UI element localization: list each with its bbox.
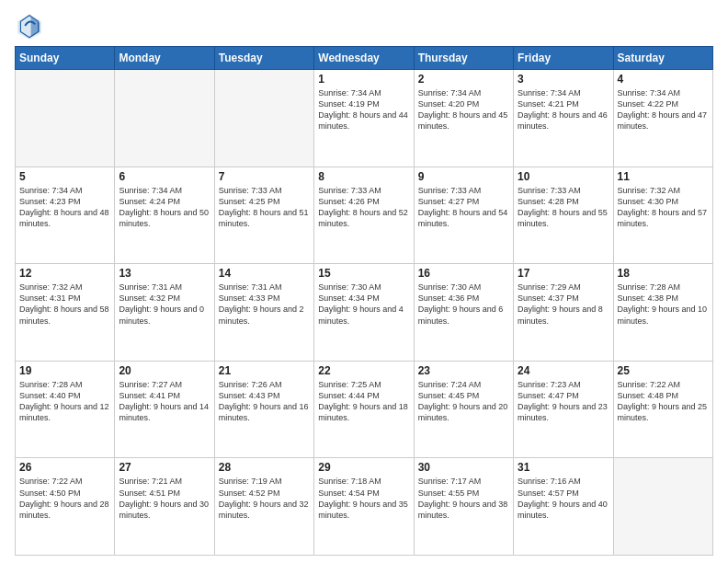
day-number: 5 bbox=[19, 170, 110, 183]
day-number: 14 bbox=[219, 267, 310, 280]
calendar-table: SundayMondayTuesdayWednesdayThursdayFrid… bbox=[15, 46, 713, 556]
calendar-cell: 20Sunrise: 7:27 AMSunset: 4:41 PMDayligh… bbox=[115, 361, 214, 458]
cell-info: Sunrise: 7:28 AMSunset: 4:40 PMDaylight:… bbox=[19, 379, 110, 424]
cell-info: Sunrise: 7:32 AMSunset: 4:30 PMDaylight:… bbox=[618, 185, 709, 230]
calendar-cell: 30Sunrise: 7:17 AMSunset: 4:55 PMDayligh… bbox=[414, 458, 513, 556]
weekday-header: Thursday bbox=[414, 47, 513, 70]
cell-info: Sunrise: 7:22 AMSunset: 4:50 PMDaylight:… bbox=[19, 476, 110, 521]
calendar-cell: 14Sunrise: 7:31 AMSunset: 4:33 PMDayligh… bbox=[214, 264, 313, 362]
calendar-cell bbox=[16, 70, 115, 167]
weekday-header: Monday bbox=[115, 47, 214, 70]
calendar-cell: 2Sunrise: 7:34 AMSunset: 4:20 PMDaylight… bbox=[414, 70, 513, 167]
calendar-cell: 5Sunrise: 7:34 AMSunset: 4:23 PMDaylight… bbox=[16, 167, 115, 264]
cell-info: Sunrise: 7:33 AMSunset: 4:26 PMDaylight:… bbox=[318, 185, 409, 230]
cell-info: Sunrise: 7:17 AMSunset: 4:55 PMDaylight:… bbox=[418, 476, 509, 521]
cell-info: Sunrise: 7:33 AMSunset: 4:28 PMDaylight:… bbox=[518, 185, 609, 230]
calendar-cell: 4Sunrise: 7:34 AMSunset: 4:22 PMDaylight… bbox=[613, 70, 712, 167]
day-number: 29 bbox=[318, 461, 409, 474]
calendar-week-row: 19Sunrise: 7:28 AMSunset: 4:40 PMDayligh… bbox=[16, 361, 713, 458]
calendar-cell: 26Sunrise: 7:22 AMSunset: 4:50 PMDayligh… bbox=[16, 458, 115, 556]
calendar-cell: 24Sunrise: 7:23 AMSunset: 4:47 PMDayligh… bbox=[514, 361, 613, 458]
cell-info: Sunrise: 7:30 AMSunset: 4:36 PMDaylight:… bbox=[418, 282, 509, 327]
page: SundayMondayTuesdayWednesdayThursdayFrid… bbox=[0, 0, 728, 563]
cell-info: Sunrise: 7:29 AMSunset: 4:37 PMDaylight:… bbox=[518, 282, 609, 327]
day-number: 21 bbox=[219, 364, 310, 377]
cell-info: Sunrise: 7:27 AMSunset: 4:41 PMDaylight:… bbox=[119, 379, 210, 424]
cell-info: Sunrise: 7:31 AMSunset: 4:32 PMDaylight:… bbox=[119, 282, 210, 327]
calendar-cell: 25Sunrise: 7:22 AMSunset: 4:48 PMDayligh… bbox=[613, 361, 712, 458]
day-number: 4 bbox=[618, 73, 709, 86]
cell-info: Sunrise: 7:25 AMSunset: 4:44 PMDaylight:… bbox=[318, 379, 409, 424]
cell-info: Sunrise: 7:33 AMSunset: 4:25 PMDaylight:… bbox=[219, 185, 310, 230]
cell-info: Sunrise: 7:22 AMSunset: 4:48 PMDaylight:… bbox=[618, 379, 709, 424]
calendar-cell: 15Sunrise: 7:30 AMSunset: 4:34 PMDayligh… bbox=[314, 264, 414, 362]
calendar-week-row: 5Sunrise: 7:34 AMSunset: 4:23 PMDaylight… bbox=[16, 167, 713, 264]
header bbox=[15, 11, 713, 40]
cell-info: Sunrise: 7:30 AMSunset: 4:34 PMDaylight:… bbox=[318, 282, 409, 327]
day-number: 20 bbox=[119, 364, 210, 377]
cell-info: Sunrise: 7:34 AMSunset: 4:21 PMDaylight:… bbox=[518, 87, 609, 132]
cell-info: Sunrise: 7:34 AMSunset: 4:22 PMDaylight:… bbox=[618, 87, 709, 132]
cell-info: Sunrise: 7:34 AMSunset: 4:24 PMDaylight:… bbox=[119, 185, 210, 230]
calendar-cell: 31Sunrise: 7:16 AMSunset: 4:57 PMDayligh… bbox=[514, 458, 613, 556]
calendar-cell: 10Sunrise: 7:33 AMSunset: 4:28 PMDayligh… bbox=[514, 167, 613, 264]
calendar-cell bbox=[115, 70, 214, 167]
day-number: 17 bbox=[518, 267, 609, 280]
day-number: 11 bbox=[618, 170, 709, 183]
calendar-cell: 22Sunrise: 7:25 AMSunset: 4:44 PMDayligh… bbox=[314, 361, 414, 458]
day-number: 15 bbox=[318, 267, 409, 280]
calendar-cell: 29Sunrise: 7:18 AMSunset: 4:54 PMDayligh… bbox=[314, 458, 414, 556]
day-number: 28 bbox=[219, 461, 310, 474]
day-number: 8 bbox=[318, 170, 409, 183]
calendar-cell: 19Sunrise: 7:28 AMSunset: 4:40 PMDayligh… bbox=[16, 361, 115, 458]
weekday-header: Sunday bbox=[16, 47, 115, 70]
calendar-cell: 28Sunrise: 7:19 AMSunset: 4:52 PMDayligh… bbox=[214, 458, 313, 556]
calendar-cell: 12Sunrise: 7:32 AMSunset: 4:31 PMDayligh… bbox=[16, 264, 115, 362]
logo bbox=[15, 11, 48, 40]
calendar-cell: 13Sunrise: 7:31 AMSunset: 4:32 PMDayligh… bbox=[115, 264, 214, 362]
cell-info: Sunrise: 7:23 AMSunset: 4:47 PMDaylight:… bbox=[518, 379, 609, 424]
calendar-cell: 23Sunrise: 7:24 AMSunset: 4:45 PMDayligh… bbox=[414, 361, 513, 458]
calendar-cell: 21Sunrise: 7:26 AMSunset: 4:43 PMDayligh… bbox=[214, 361, 313, 458]
calendar-cell: 27Sunrise: 7:21 AMSunset: 4:51 PMDayligh… bbox=[115, 458, 214, 556]
calendar-cell: 3Sunrise: 7:34 AMSunset: 4:21 PMDaylight… bbox=[514, 70, 613, 167]
day-number: 18 bbox=[618, 267, 709, 280]
calendar-cell: 9Sunrise: 7:33 AMSunset: 4:27 PMDaylight… bbox=[414, 167, 513, 264]
calendar-cell: 1Sunrise: 7:34 AMSunset: 4:19 PMDaylight… bbox=[314, 70, 414, 167]
calendar-cell: 18Sunrise: 7:28 AMSunset: 4:38 PMDayligh… bbox=[613, 264, 712, 362]
day-number: 31 bbox=[518, 461, 609, 474]
day-number: 3 bbox=[518, 73, 609, 86]
calendar-cell: 6Sunrise: 7:34 AMSunset: 4:24 PMDaylight… bbox=[115, 167, 214, 264]
calendar-cell: 16Sunrise: 7:30 AMSunset: 4:36 PMDayligh… bbox=[414, 264, 513, 362]
weekday-header: Saturday bbox=[613, 47, 712, 70]
logo-icon bbox=[15, 11, 44, 40]
calendar-body: 1Sunrise: 7:34 AMSunset: 4:19 PMDaylight… bbox=[16, 70, 713, 556]
cell-info: Sunrise: 7:32 AMSunset: 4:31 PMDaylight:… bbox=[19, 282, 110, 327]
day-number: 25 bbox=[618, 364, 709, 377]
calendar-header: SundayMondayTuesdayWednesdayThursdayFrid… bbox=[16, 47, 713, 70]
day-number: 19 bbox=[19, 364, 110, 377]
weekday-header: Tuesday bbox=[214, 47, 313, 70]
calendar-cell: 11Sunrise: 7:32 AMSunset: 4:30 PMDayligh… bbox=[613, 167, 712, 264]
day-number: 16 bbox=[418, 267, 509, 280]
cell-info: Sunrise: 7:33 AMSunset: 4:27 PMDaylight:… bbox=[418, 185, 509, 230]
weekday-header: Wednesday bbox=[314, 47, 414, 70]
cell-info: Sunrise: 7:26 AMSunset: 4:43 PMDaylight:… bbox=[219, 379, 310, 424]
day-number: 30 bbox=[418, 461, 509, 474]
day-number: 10 bbox=[518, 170, 609, 183]
cell-info: Sunrise: 7:24 AMSunset: 4:45 PMDaylight:… bbox=[418, 379, 509, 424]
cell-info: Sunrise: 7:34 AMSunset: 4:20 PMDaylight:… bbox=[418, 87, 509, 132]
calendar-cell: 8Sunrise: 7:33 AMSunset: 4:26 PMDaylight… bbox=[314, 167, 414, 264]
day-number: 23 bbox=[418, 364, 509, 377]
cell-info: Sunrise: 7:28 AMSunset: 4:38 PMDaylight:… bbox=[618, 282, 709, 327]
cell-info: Sunrise: 7:18 AMSunset: 4:54 PMDaylight:… bbox=[318, 476, 409, 521]
day-number: 22 bbox=[318, 364, 409, 377]
day-number: 6 bbox=[119, 170, 210, 183]
day-number: 7 bbox=[219, 170, 310, 183]
header-row: SundayMondayTuesdayWednesdayThursdayFrid… bbox=[16, 47, 713, 70]
day-number: 24 bbox=[518, 364, 609, 377]
day-number: 12 bbox=[19, 267, 110, 280]
calendar-cell: 7Sunrise: 7:33 AMSunset: 4:25 PMDaylight… bbox=[214, 167, 313, 264]
cell-info: Sunrise: 7:21 AMSunset: 4:51 PMDaylight:… bbox=[119, 476, 210, 521]
cell-info: Sunrise: 7:19 AMSunset: 4:52 PMDaylight:… bbox=[219, 476, 310, 521]
